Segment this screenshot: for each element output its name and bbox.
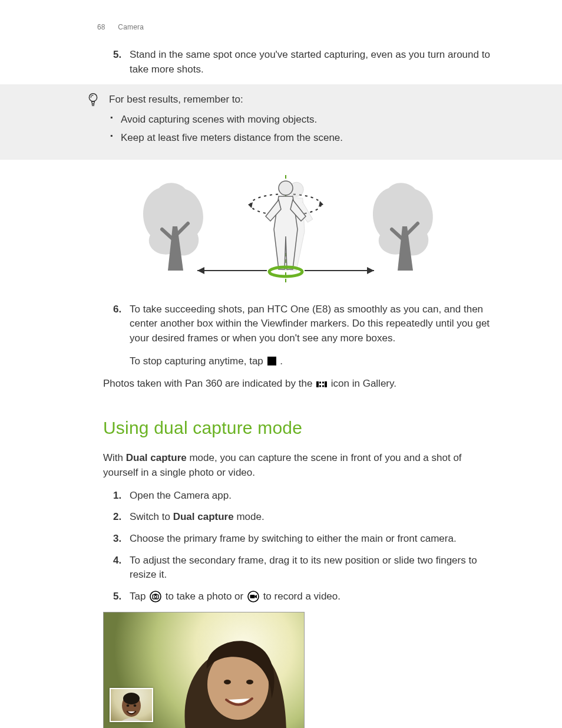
step-6-extra-after: . bbox=[277, 355, 283, 367]
page-number: 68 bbox=[97, 23, 105, 31]
svg-point-28 bbox=[246, 680, 253, 684]
svg-marker-4 bbox=[197, 267, 204, 274]
running-header: 68 Camera bbox=[97, 22, 491, 32]
svg-point-0 bbox=[89, 93, 97, 101]
dual-step-2-bold: Dual capture bbox=[173, 511, 234, 522]
svg-rect-15 bbox=[325, 381, 327, 387]
svg-point-20 bbox=[150, 591, 161, 602]
dual-step-4: To adjust the secondary frame, drag it t… bbox=[130, 554, 491, 582]
pano-note-before: Photos taken with Pan 360 are indicated … bbox=[103, 378, 315, 389]
svg-rect-16 bbox=[319, 382, 321, 384]
dual-step-5-a: Tap bbox=[130, 591, 148, 602]
dual-step-2-before: Switch to bbox=[130, 511, 173, 522]
svg-point-12 bbox=[279, 181, 293, 195]
sample-inset-subject bbox=[115, 690, 147, 722]
dual-step-5-b: to take a photo or bbox=[163, 591, 246, 602]
pan360-gallery-note: Photos taken with Pan 360 are indicated … bbox=[103, 377, 491, 391]
dual-step-5-c: to record a video. bbox=[260, 591, 340, 602]
tip-bullet-1: Avoid capturing scenes with moving objec… bbox=[121, 113, 491, 127]
pano-note-after: icon in Gallery. bbox=[328, 378, 396, 389]
step-5: Stand in the same spot once you've start… bbox=[130, 48, 491, 77]
pan360-diagram bbox=[133, 170, 439, 288]
svg-point-32 bbox=[134, 704, 137, 707]
ordered-list-pan360-cont: To take succeeding shots, pan HTC One (E… bbox=[80, 302, 491, 369]
section-heading-dual-capture: Using dual capture mode bbox=[103, 415, 491, 441]
tip-bullet-2: Keep at least five meters distance from … bbox=[121, 131, 491, 146]
sample-inset-frame bbox=[110, 688, 153, 722]
dual-intro-before: With bbox=[103, 452, 126, 463]
svg-point-31 bbox=[127, 704, 130, 707]
svg-marker-6 bbox=[367, 267, 374, 274]
dual-step-5: Tap to take a photo or to record a video… bbox=[130, 589, 491, 604]
video-record-icon bbox=[247, 591, 259, 602]
svg-rect-17 bbox=[322, 382, 324, 384]
step-6: To take succeeding shots, pan HTC One (E… bbox=[130, 302, 491, 369]
stop-icon bbox=[267, 357, 276, 365]
dual-capture-sample-image bbox=[103, 612, 305, 728]
pan360-icon bbox=[316, 380, 327, 388]
dual-step-1-text: Open the Camera app. bbox=[130, 490, 232, 501]
dual-step-2-after: mode. bbox=[234, 511, 265, 522]
dual-step-3: Choose the primary frame by switching to… bbox=[130, 532, 491, 546]
svg-rect-14 bbox=[316, 381, 319, 387]
section-name: Camera bbox=[118, 23, 144, 31]
svg-rect-18 bbox=[319, 386, 321, 387]
svg-point-30 bbox=[123, 693, 140, 704]
tip-callout: For best results, remember to: Avoid cap… bbox=[0, 84, 562, 160]
camera-shutter-icon bbox=[150, 591, 161, 602]
svg-rect-23 bbox=[154, 594, 157, 595]
ordered-list-pan360: Stand in the same spot once you've start… bbox=[80, 48, 491, 77]
svg-point-22 bbox=[154, 595, 157, 598]
dual-step-1: Open the Camera app. bbox=[130, 489, 491, 503]
tip-bullet-list: Avoid capturing scenes with moving objec… bbox=[109, 113, 491, 145]
dual-capture-intro: With Dual capture mode, you can capture … bbox=[103, 451, 491, 480]
svg-rect-25 bbox=[250, 595, 254, 598]
step-6-extra: To stop capturing anytime, tap . bbox=[130, 354, 491, 369]
svg-point-13 bbox=[269, 267, 302, 276]
svg-point-27 bbox=[224, 680, 231, 684]
sample-main-subject bbox=[168, 628, 292, 728]
ordered-list-dual-capture: Open the Camera app. Switch to Dual capt… bbox=[80, 489, 491, 604]
step-6-text: To take succeeding shots, pan HTC One (E… bbox=[130, 304, 490, 344]
lightbulb-icon bbox=[87, 93, 99, 107]
dual-step-3-text: Choose the primary frame by switching to… bbox=[130, 533, 457, 544]
dual-step-2: Switch to Dual capture mode. bbox=[130, 510, 491, 525]
dual-step-4-text: To adjust the secondary frame, drag it t… bbox=[130, 555, 477, 581]
step-6-extra-before: To stop capturing anytime, tap bbox=[130, 355, 266, 367]
svg-rect-19 bbox=[322, 386, 324, 387]
step-5-text: Stand in the same spot once you've start… bbox=[130, 49, 490, 75]
dual-intro-bold: Dual capture bbox=[126, 452, 187, 463]
tip-intro: For best results, remember to: bbox=[109, 93, 491, 107]
